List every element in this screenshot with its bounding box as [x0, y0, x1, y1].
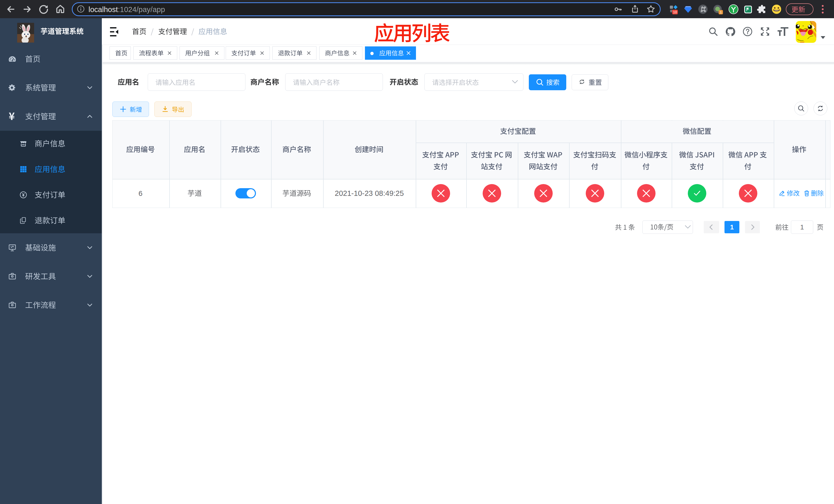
svg-text:1: 1: [720, 10, 722, 14]
svg-text:10: 10: [673, 10, 677, 14]
